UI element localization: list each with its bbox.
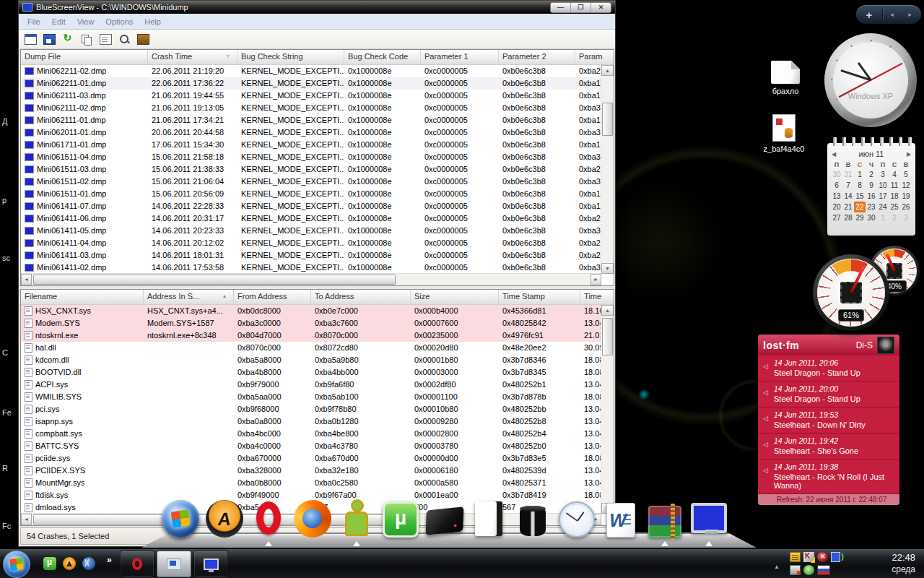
windows-dock-icon[interactable] [162, 496, 199, 538]
ruflag-tray-icon[interactable] [817, 565, 830, 575]
dump-file-row[interactable]: Mini062211-01.dmp22.06.2011 17:36:22KERN… [21, 77, 601, 90]
calendar-day[interactable]: 9 [866, 180, 877, 191]
copy-button[interactable] [79, 31, 95, 47]
notes-tray-icon[interactable] [790, 552, 801, 562]
taskbar-clock[interactable]: 22:48 среда [892, 552, 915, 575]
module-row[interactable]: kdcom.dll0xba5a80000xba5a9b800x00001b800… [21, 354, 601, 366]
module-row[interactable]: ntoskrnl.exentoskrnl.exe+8c3480x804d7000… [21, 329, 601, 342]
close-button[interactable]: ✕ [591, 3, 611, 12]
calendar-day[interactable]: 24 [877, 202, 889, 212]
scrobble-item[interactable]: ◁14 Jun 2011, 20:06Steel Dragon - Stand … [758, 355, 899, 381]
title-bar[interactable]: BlueScreenView - C:\WINDOWS\Minidump — ❐… [19, 1, 615, 14]
dcplusplus-quicklaunch-icon[interactable] [82, 557, 95, 570]
calendar-gadget[interactable]: ◀ июн 11 ▶ ПВСЧПСВ 303112345678910111213… [827, 143, 915, 236]
module-row[interactable]: Modem.SYSModem.SYS+15870xba3c00000xba3c7… [21, 317, 601, 329]
firefox-dock-icon[interactable] [294, 496, 331, 538]
calendar-day[interactable]: 14 [842, 191, 854, 202]
find-button[interactable] [116, 31, 132, 47]
column-header-bug-check-string[interactable]: Bug Check String [237, 50, 344, 64]
column-header-parameter-1[interactable]: Parameter 1 [421, 50, 499, 64]
scroll-down-button[interactable]: ▼ [601, 263, 614, 274]
calendar-day[interactable]: 11 [889, 180, 900, 191]
gadget-prev-button[interactable]: ◂ [883, 11, 901, 18]
scrobble-item[interactable]: ◁14 Jun 2011, 19:38Steelheart - Rock 'N … [758, 460, 899, 494]
scrollbar-thumb[interactable] [602, 103, 613, 136]
dump-file-row[interactable]: Mini061511-04.dmp15.06.2011 21:58:18KERN… [21, 151, 601, 163]
calendar-day[interactable]: 30 [866, 212, 877, 223]
column-header-bug-check-code[interactable]: Bug Check Code [344, 50, 421, 64]
dump-file-row[interactable]: Mini061411-05.dmp14.06.2011 20:23:33KERN… [21, 225, 601, 237]
column-header-filename[interactable]: Filename [21, 290, 144, 304]
lastfm-username[interactable]: Di-S [856, 340, 873, 350]
module-row[interactable]: pciide.sys0xba6700000xba670d000x00000d00… [21, 452, 601, 465]
calendar-day[interactable]: 21 [842, 202, 854, 212]
menu-item-options[interactable]: Options [100, 16, 139, 27]
module-row[interactable]: hal.dll0x8070c0000x8072cd800x00020d800x4… [21, 342, 601, 354]
dump-file-row[interactable]: Mini062111-01.dmp21.06.2011 17:34:21KERN… [21, 114, 601, 126]
scroll-left-button[interactable]: ◄ [21, 514, 32, 525]
cpu-meter-gadget[interactable]: 61% [813, 254, 889, 331]
maximize-button[interactable]: ❐ [571, 3, 591, 12]
column-header-size[interactable]: Size [411, 290, 499, 304]
printer-tray-icon[interactable] [790, 565, 801, 575]
calendar-day[interactable]: 29 [854, 212, 866, 223]
calendar-day[interactable]: 2 [889, 212, 900, 223]
calendar-day[interactable]: 13 [831, 191, 842, 202]
column-header-parameter-2[interactable]: Parameter 2 [499, 50, 575, 64]
module-row[interactable]: PCIIDEX.SYS0xba3280000xba32e1800x0000618… [21, 465, 601, 477]
crash-list-vertical-scrollbar[interactable]: ▲ ▼ [601, 65, 614, 274]
calendar-day[interactable]: 6 [831, 180, 842, 191]
save-button[interactable] [41, 31, 57, 47]
scrobble-item[interactable]: ◁14 Jun 2011, 19:53Steelheart - Down N' … [758, 407, 899, 434]
calendar-day[interactable]: 1 [854, 169, 866, 180]
properties-button[interactable] [97, 31, 113, 47]
dump-file-row[interactable]: Mini061711-01.dmp17.06.2011 15:34:30KERN… [21, 139, 601, 151]
dump-file-row[interactable]: Mini062111-03.dmp21.06.2011 19:44:55KERN… [21, 90, 601, 102]
calendar-day[interactable]: 25 [889, 202, 900, 212]
scroll-up-button[interactable]: ▲ [601, 305, 614, 316]
calendar-day[interactable]: 5 [900, 169, 912, 180]
calendar-day[interactable]: 4 [889, 169, 900, 180]
calendar-day[interactable]: 10 [877, 180, 889, 191]
utorrent-dock-icon[interactable]: µ [382, 496, 419, 538]
calendar-day[interactable]: 22 [854, 202, 866, 212]
dump-file-row[interactable]: Mini062211-02.dmp22.06.2011 21:19:20KERN… [21, 65, 601, 77]
scroll-right-button[interactable]: ► [590, 274, 601, 285]
module-row[interactable]: MountMgr.sys0xba0b80000xba0c25800x0000a5… [21, 477, 601, 489]
lastfm-gadget[interactable]: lost·fm Di-S ◁14 Jun 2011, 20:06Steel Dr… [758, 335, 899, 505]
drive-dock-icon[interactable] [426, 496, 463, 538]
utorrent-quicklaunch-icon[interactable] [43, 557, 56, 570]
menu-item-file[interactable]: File [22, 16, 46, 27]
dump-file-row[interactable]: Mini061511-02.dmp15.06.2011 21:06:04KERN… [21, 176, 601, 188]
calendar-next-button[interactable]: ▶ [902, 151, 915, 158]
scroll-up-button[interactable]: ▲ [601, 65, 614, 76]
scrobble-item[interactable]: ◁14 Jun 2011, 19:42Steelheart - She's Go… [758, 434, 899, 460]
calendar-day[interactable]: 19 [900, 191, 912, 202]
gadget-next-button[interactable]: ▸ [901, 11, 919, 18]
blocked-tray-icon[interactable] [817, 552, 828, 562]
module-row[interactable]: BOOTVID.dll0xba4b80000xba4bb0000x0000300… [21, 366, 601, 379]
winrar-dock-icon[interactable] [646, 496, 684, 538]
dump-file-row[interactable]: Mini062111-02.dmp21.06.2011 19:13:05KERN… [21, 102, 601, 114]
clock-dock-icon[interactable] [558, 496, 596, 538]
scroll-left-button[interactable]: ◄ [21, 274, 32, 285]
calendar-day[interactable]: 2 [866, 169, 877, 180]
calendar-prev-button[interactable]: ◀ [827, 151, 840, 158]
menu-item-help[interactable]: Help [139, 16, 167, 27]
aimp-quicklaunch-icon[interactable] [63, 557, 76, 570]
folder-dock-icon[interactable] [470, 496, 507, 538]
calendar-day[interactable]: 7 [842, 180, 854, 191]
calendar-day[interactable]: 23 [866, 202, 877, 212]
opera-dock-icon[interactable] [250, 496, 287, 538]
calendar-day[interactable]: 15 [854, 191, 866, 202]
calendar-day[interactable]: 17 [877, 191, 889, 202]
taskbar-button-bluescreenview[interactable] [157, 551, 191, 577]
taskbar-button-monitor[interactable] [193, 551, 228, 577]
calendar-day[interactable]: 16 [866, 191, 877, 202]
module-row[interactable]: WMILIB.SYS0xba5aa0000xba5ab1000x00001100… [21, 391, 601, 403]
start-button[interactable] [3, 551, 30, 578]
module-row[interactable]: ACPI.sys0xb9f790000xb9fa6f800x0002df800x… [21, 379, 601, 391]
module-row[interactable]: BATTC.SYS0xba4c00000xba4c37800x000037800… [21, 440, 601, 452]
word-dock-icon[interactable]: W [602, 496, 640, 538]
tray-expand-arrow[interactable]: ▲ [774, 564, 780, 570]
